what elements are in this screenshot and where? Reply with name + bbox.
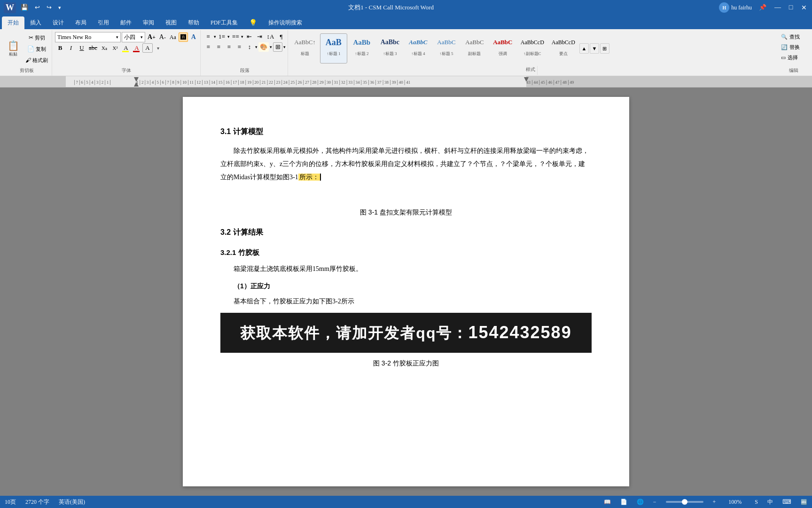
align-left-btn[interactable]: ≡	[203, 42, 213, 52]
tab-search[interactable]: 操作说明搜索	[263, 16, 308, 29]
style-key[interactable]: AaBbCcD ↑副标题C	[517, 33, 547, 64]
tab-pdf[interactable]: PDF工具集	[205, 16, 243, 29]
tab-review[interactable]: 审阅	[137, 16, 160, 29]
zoom-indicator	[682, 499, 687, 505]
number-list-btn[interactable]: 1≡	[217, 32, 226, 41]
line-spacing-btn[interactable]: ↕	[245, 42, 254, 52]
tab-view[interactable]: 视图	[160, 16, 182, 29]
tab-help[interactable]: 帮助	[182, 16, 205, 29]
close-btn[interactable]: ✕	[800, 3, 808, 12]
shading-dropdown: ▾	[270, 45, 272, 49]
sort-btn[interactable]: ↕A	[265, 32, 275, 41]
font-expand-btn[interactable]: ▾	[153, 43, 163, 53]
word-count: 2720 个字	[25, 498, 49, 506]
style-heading3[interactable]: AaBbc ↑标题 3	[376, 33, 404, 64]
maximize-btn[interactable]: □	[787, 3, 795, 12]
customize-btn[interactable]: ▾	[56, 4, 63, 12]
font-color-btn[interactable]: A	[132, 43, 142, 53]
border-btn[interactable]: ⊞	[273, 42, 282, 52]
format-painter-btn[interactable]: 🖌 格式刷	[23, 56, 50, 66]
minimize-btn[interactable]: —	[773, 3, 782, 12]
decrease-indent-btn[interactable]: ⇤	[244, 32, 254, 41]
tab-references[interactable]: 引用	[92, 16, 115, 29]
redo-btn[interactable]: ↪	[45, 3, 54, 12]
ime-icon[interactable]: 🔤	[801, 499, 807, 505]
styles-scroll-up-btn[interactable]: ▲	[579, 43, 589, 54]
view-read-btn[interactable]: 📖	[604, 499, 611, 506]
zoom-level: 100%	[725, 499, 742, 506]
tab-design[interactable]: 设计	[47, 16, 70, 29]
select-btn[interactable]: ▭ 选择	[780, 53, 808, 62]
zoom-out-btn[interactable]: −	[653, 499, 656, 506]
input-method-indicator[interactable]: 中	[767, 498, 773, 506]
font-size-selector[interactable]: 小四 ▾	[122, 32, 145, 42]
font-grow-btn[interactable]: A+	[146, 32, 157, 42]
tab-idea-icon[interactable]: 💡	[243, 16, 263, 29]
shading-btn[interactable]: 🎨	[258, 42, 269, 52]
replace-icon: 🔄	[781, 44, 788, 50]
justify-btn[interactable]: ≡	[234, 42, 244, 52]
titlebar-right: H hu fairhu 📌 — □ ✕	[719, 2, 808, 13]
user-info[interactable]: H hu fairhu	[719, 2, 752, 13]
font-row2: B I U abc X₂ X² A A A ▾	[55, 43, 163, 53]
increase-indent-btn[interactable]: ⇥	[255, 32, 264, 41]
style-heading4[interactable]: AaBbC ↑标题 4	[405, 33, 432, 64]
style-key-name: ↑副标题C	[523, 51, 541, 57]
multi-level-list-btn[interactable]: ≡≡	[231, 32, 241, 41]
styles-expand-btn[interactable]: ⊞	[600, 43, 609, 54]
copy-btn[interactable]: 📄 复制	[23, 44, 50, 55]
text-cursor	[320, 174, 321, 181]
tab-insert[interactable]: 插入	[24, 16, 47, 29]
cut-btn[interactable]: ✂ 剪切	[23, 33, 50, 43]
body-para-3[interactable]: 基本组合下，竹胶板正应力如下图3-2所示	[220, 295, 592, 308]
tab-mailings[interactable]: 邮件	[115, 16, 137, 29]
subscript-btn[interactable]: X₂	[99, 43, 109, 53]
text-effect-btn[interactable]: A	[189, 32, 198, 42]
view-web-btn[interactable]: 🌐	[637, 499, 644, 506]
style-heading1[interactable]: AaB ↑标题 1	[320, 33, 347, 64]
watermark-banner: 获取本软件，请加开发者qq号：1542432589	[220, 313, 592, 353]
body-para-1[interactable]: 除去竹胶板采用板单元模拟外，其他构件均采用梁单元进行模拟，横杆、斜杆与立杆的连接…	[220, 144, 592, 184]
style-normal[interactable]: AaBbCcD 要点	[548, 33, 578, 64]
view-print-btn[interactable]: 📄	[620, 499, 627, 506]
paste-btn[interactable]: 📋 粘贴	[4, 36, 23, 63]
style-subtitle[interactable]: AaBbC 副标题	[461, 33, 488, 64]
style-heading2[interactable]: AaBb ↑标题 2	[348, 33, 375, 64]
text-shading-btn[interactable]: A	[142, 43, 153, 53]
align-right-btn[interactable]: ≡	[224, 42, 234, 52]
body-para-2[interactable]: 箱梁混凝土浇筑底模板采用15mm厚竹胶板。	[220, 262, 592, 276]
change-case-btn[interactable]: Aa	[168, 32, 178, 42]
replace-btn[interactable]: 🔄 替换	[780, 42, 808, 52]
strikethrough-btn[interactable]: abc	[87, 43, 99, 53]
align-center-btn[interactable]: ≡	[214, 42, 223, 52]
italic-btn[interactable]: I	[66, 43, 76, 53]
style-title-name: 标题	[301, 51, 309, 57]
text-highlight-btn[interactable]: A	[121, 43, 131, 53]
bold-btn[interactable]: B	[55, 43, 65, 53]
zoom-slider[interactable]	[666, 501, 703, 503]
tab-home[interactable]: 开始	[2, 16, 24, 29]
font-size-text: 小四	[124, 33, 135, 41]
clear-format-btn[interactable]: 🅰	[179, 32, 188, 42]
font-shrink-btn[interactable]: A-	[158, 32, 167, 42]
quick-save-btn[interactable]: 💾	[19, 3, 30, 12]
styles-scroll-down-btn[interactable]: ▼	[590, 43, 599, 54]
superscript-btn[interactable]: X²	[110, 43, 120, 53]
tab-layout[interactable]: 布局	[70, 16, 92, 29]
find-btn[interactable]: 🔍 查找	[780, 32, 808, 41]
font-name-selector[interactable]: Times New Ro ▾	[55, 32, 121, 42]
language: 英语(美国)	[59, 498, 85, 506]
ribbon-display-btn[interactable]: 📌	[757, 3, 769, 12]
underline-btn[interactable]: U	[77, 43, 87, 53]
style-heading5[interactable]: AaBbC ↑标题 5	[433, 33, 460, 64]
page[interactable]: 3.1 计算模型 除去竹胶板采用板单元模拟外，其他构件均采用梁单元进行模拟，横杆…	[183, 97, 629, 486]
body-para-1-text: 除去竹胶板采用板单元模拟外，其他构件均采用梁单元进行模拟，横杆、斜杆与立杆的连接…	[220, 147, 589, 181]
style-emphasis[interactable]: AaBbC 强调	[489, 33, 516, 64]
undo-btn[interactable]: ↩	[33, 3, 42, 12]
style-normal-name: 要点	[559, 51, 568, 57]
bullet-list-btn[interactable]: ≡	[203, 32, 213, 41]
zoom-in-btn[interactable]: +	[713, 499, 716, 506]
styles-content: AaBbC↑ 标题 AaB ↑标题 1 AaBb ↑标题 2 AaBbc ↑标题…	[291, 31, 774, 66]
style-title[interactable]: AaBbC↑ 标题	[291, 33, 319, 64]
show-marks-btn[interactable]: ¶	[276, 32, 286, 41]
